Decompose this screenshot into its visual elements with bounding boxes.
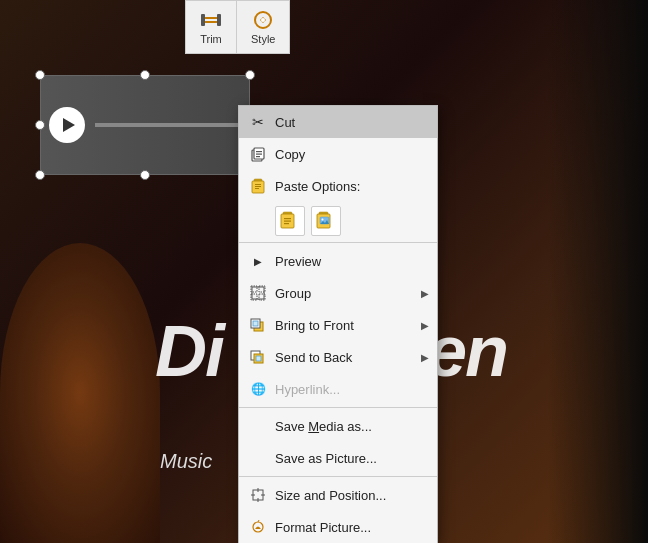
slide-subtitle: Music <box>160 450 212 473</box>
preview-icon: ▶ <box>247 250 269 272</box>
paste-options-row <box>239 202 437 240</box>
menu-item-group[interactable]: Group ▶ <box>239 277 437 309</box>
cut-label: Cut <box>275 115 429 130</box>
format-picture-icon <box>247 516 269 538</box>
menu-item-cut[interactable]: ✂ Cut <box>239 106 437 138</box>
menu-item-send-to-back[interactable]: Send to Back ▶ <box>239 341 437 373</box>
progress-bar <box>95 123 239 127</box>
paste-icon <box>247 175 269 197</box>
style-icon <box>252 9 274 31</box>
menu-item-bring-to-front[interactable]: Bring to Front ▶ <box>239 309 437 341</box>
bring-to-front-icon <box>247 314 269 336</box>
svg-rect-35 <box>256 356 261 361</box>
svg-point-5 <box>261 18 265 22</box>
svg-rect-19 <box>284 221 291 222</box>
menu-item-save-picture[interactable]: Save as Picture... <box>239 442 437 474</box>
svg-rect-8 <box>256 151 262 152</box>
group-arrow: ▶ <box>421 288 429 299</box>
trim-label: Trim <box>200 33 222 45</box>
svg-rect-18 <box>284 218 291 219</box>
separator-3 <box>239 476 437 477</box>
svg-rect-0 <box>203 17 219 19</box>
handle-middle-left[interactable] <box>35 120 45 130</box>
cut-icon: ✂ <box>247 111 269 133</box>
play-button[interactable] <box>49 107 85 143</box>
menu-item-format-picture[interactable]: Format Picture... <box>239 511 437 543</box>
trim-icon <box>200 9 222 31</box>
svg-rect-15 <box>255 188 259 189</box>
paste-keep-source-button[interactable] <box>275 206 305 236</box>
copy-icon <box>247 143 269 165</box>
svg-rect-9 <box>256 154 262 155</box>
save-picture-label: Save as Picture... <box>275 451 429 466</box>
format-picture-label: Format Picture... <box>275 520 429 535</box>
handle-top-right[interactable] <box>245 70 255 80</box>
handle-bottom-left[interactable] <box>35 170 45 180</box>
bring-to-front-arrow: ▶ <box>421 320 429 331</box>
separator-1 <box>239 242 437 243</box>
size-position-icon <box>247 484 269 506</box>
menu-item-size-position[interactable]: Size and Position... <box>239 479 437 511</box>
paste-options-label: Paste Options: <box>275 179 429 194</box>
svg-rect-13 <box>255 184 261 185</box>
left-instrument-object <box>0 243 160 543</box>
svg-rect-20 <box>284 223 289 224</box>
save-media-label: Save Media as... <box>275 419 429 434</box>
handle-bottom-middle[interactable] <box>140 170 150 180</box>
context-menu: ✂ Cut Copy Paste Options: <box>238 105 438 543</box>
copy-label: Copy <box>275 147 429 162</box>
handle-top-left[interactable] <box>35 70 45 80</box>
menu-item-save-media[interactable]: Save Media as... <box>239 410 437 442</box>
style-button[interactable]: Style <box>236 0 290 54</box>
svg-rect-10 <box>256 156 260 157</box>
style-label: Style <box>251 33 275 45</box>
send-to-back-icon <box>247 346 269 368</box>
svg-rect-3 <box>217 14 221 26</box>
preview-label: Preview <box>275 254 429 269</box>
svg-rect-14 <box>255 186 261 187</box>
send-to-back-arrow: ▶ <box>421 352 429 363</box>
paste-picture-button[interactable] <box>311 206 341 236</box>
group-icon <box>247 282 269 304</box>
svg-rect-32 <box>253 321 258 326</box>
svg-rect-29 <box>252 287 264 299</box>
size-position-label: Size and Position... <box>275 488 429 503</box>
menu-item-copy[interactable]: Copy <box>239 138 437 170</box>
save-media-icon <box>247 415 269 437</box>
svg-rect-1 <box>203 21 219 23</box>
save-picture-icon <box>247 447 269 469</box>
trim-button[interactable]: Trim <box>185 0 236 54</box>
ribbon-toolbar: Trim Style <box>185 0 290 54</box>
separator-2 <box>239 407 437 408</box>
media-object[interactable] <box>40 75 250 175</box>
svg-point-24 <box>322 219 324 221</box>
group-label: Group <box>275 286 421 301</box>
menu-item-hyperlink[interactable]: 🌐 Hyperlink... <box>239 373 437 405</box>
menu-item-paste-options-header: Paste Options: <box>239 170 437 202</box>
media-player <box>40 75 250 175</box>
hyperlink-icon: 🌐 <box>247 378 269 400</box>
send-to-back-label: Send to Back <box>275 350 421 365</box>
handle-top-middle[interactable] <box>140 70 150 80</box>
right-dark-overlay <box>548 0 648 543</box>
bring-to-front-label: Bring to Front <box>275 318 421 333</box>
hyperlink-label: Hyperlink... <box>275 382 429 397</box>
menu-item-preview[interactable]: ▶ Preview <box>239 245 437 277</box>
svg-rect-2 <box>201 14 205 26</box>
